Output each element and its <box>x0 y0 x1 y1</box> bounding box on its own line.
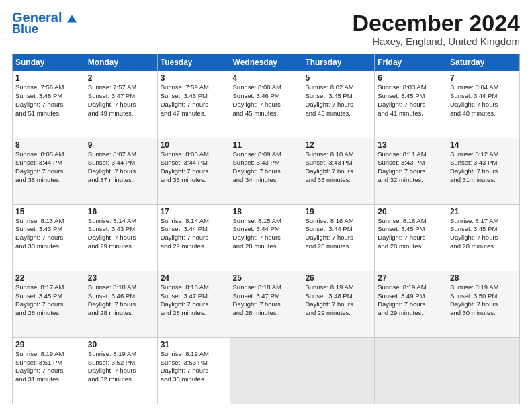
day-number: 3 <box>161 73 227 83</box>
calendar-week-row: 8Sunrise: 8:05 AM Sunset: 3:44 PM Daylig… <box>13 138 520 204</box>
table-row: 16Sunrise: 8:14 AM Sunset: 3:43 PM Dayli… <box>85 204 157 271</box>
calendar-week-row: 29Sunrise: 8:19 AM Sunset: 3:51 PM Dayli… <box>13 337 520 404</box>
table-row: 25Sunrise: 8:18 AM Sunset: 3:47 PM Dayli… <box>230 271 302 337</box>
calendar-week-row: 1Sunrise: 7:56 AM Sunset: 3:48 PM Daylig… <box>13 71 520 138</box>
logo-icon <box>67 15 77 23</box>
day-number: 6 <box>378 73 444 83</box>
day-info: Sunrise: 8:17 AM Sunset: 3:45 PM Dayligh… <box>15 283 82 318</box>
col-friday: Friday <box>375 54 447 71</box>
day-number: 14 <box>450 140 517 150</box>
table-row: 9Sunrise: 8:07 AM Sunset: 3:44 PM Daylig… <box>85 138 157 204</box>
day-info: Sunrise: 8:14 AM Sunset: 3:43 PM Dayligh… <box>88 217 154 251</box>
table-row: 18Sunrise: 8:15 AM Sunset: 3:44 PM Dayli… <box>230 204 302 271</box>
day-number: 11 <box>233 140 300 150</box>
day-number: 23 <box>88 273 154 283</box>
day-info: Sunrise: 8:18 AM Sunset: 3:47 PM Dayligh… <box>161 283 227 318</box>
table-row: 30Sunrise: 8:19 AM Sunset: 3:52 PM Dayli… <box>85 337 157 404</box>
day-info: Sunrise: 8:16 AM Sunset: 3:44 PM Dayligh… <box>305 217 371 251</box>
day-info: Sunrise: 8:19 AM Sunset: 3:53 PM Dayligh… <box>161 350 227 384</box>
day-info: Sunrise: 8:08 AM Sunset: 3:44 PM Dayligh… <box>161 150 227 185</box>
day-info: Sunrise: 8:13 AM Sunset: 3:43 PM Dayligh… <box>15 217 82 251</box>
table-row: 28Sunrise: 8:19 AM Sunset: 3:50 PM Dayli… <box>447 271 520 337</box>
table-row: 15Sunrise: 8:13 AM Sunset: 3:43 PM Dayli… <box>13 204 85 271</box>
day-number: 15 <box>15 207 82 216</box>
table-row: 27Sunrise: 8:19 AM Sunset: 3:49 PM Dayli… <box>375 271 447 337</box>
table-row: 17Sunrise: 8:14 AM Sunset: 3:44 PM Dayli… <box>157 204 230 271</box>
col-monday: Monday <box>85 54 157 71</box>
col-wednesday: Wednesday <box>230 54 302 71</box>
table-row: 10Sunrise: 8:08 AM Sunset: 3:44 PM Dayli… <box>157 138 230 204</box>
day-info: Sunrise: 8:04 AM Sunset: 3:44 PM Dayligh… <box>450 83 517 118</box>
day-info: Sunrise: 7:57 AM Sunset: 3:47 PM Dayligh… <box>88 83 154 118</box>
day-number: 10 <box>161 140 227 150</box>
table-row: 12Sunrise: 8:10 AM Sunset: 3:43 PM Dayli… <box>302 138 375 204</box>
logo-subtext: Blue <box>12 23 38 35</box>
day-info: Sunrise: 8:00 AM Sunset: 3:46 PM Dayligh… <box>233 83 300 118</box>
table-row: 11Sunrise: 8:09 AM Sunset: 3:43 PM Dayli… <box>230 138 302 204</box>
day-number: 5 <box>305 73 371 83</box>
table-row: 6Sunrise: 8:03 AM Sunset: 3:45 PM Daylig… <box>375 71 447 138</box>
day-info: Sunrise: 8:19 AM Sunset: 3:52 PM Dayligh… <box>88 350 154 384</box>
day-number: 29 <box>15 340 82 349</box>
calendar-week-row: 15Sunrise: 8:13 AM Sunset: 3:43 PM Dayli… <box>13 204 520 271</box>
day-number: 4 <box>233 73 300 83</box>
day-number: 25 <box>233 273 300 283</box>
table-row: 14Sunrise: 8:12 AM Sunset: 3:43 PM Dayli… <box>447 138 520 204</box>
page: General Blue December 2024 Haxey, Englan… <box>0 0 532 411</box>
day-info: Sunrise: 8:15 AM Sunset: 3:44 PM Dayligh… <box>233 217 300 251</box>
table-row: 5Sunrise: 8:02 AM Sunset: 3:45 PM Daylig… <box>302 71 375 138</box>
day-info: Sunrise: 8:19 AM Sunset: 3:50 PM Dayligh… <box>450 283 517 318</box>
day-info: Sunrise: 8:02 AM Sunset: 3:45 PM Dayligh… <box>305 83 371 118</box>
table-row: 7Sunrise: 8:04 AM Sunset: 3:44 PM Daylig… <box>447 71 520 138</box>
col-sunday: Sunday <box>13 54 85 71</box>
calendar-header-row: Sunday Monday Tuesday Wednesday Thursday… <box>13 54 520 71</box>
table-row: 26Sunrise: 8:19 AM Sunset: 3:48 PM Dayli… <box>302 271 375 337</box>
day-info: Sunrise: 8:17 AM Sunset: 3:45 PM Dayligh… <box>450 217 517 251</box>
month-title: December 2024 <box>352 11 520 36</box>
col-tuesday: Tuesday <box>157 54 230 71</box>
day-number: 1 <box>15 73 82 83</box>
day-number: 7 <box>450 73 517 83</box>
day-info: Sunrise: 7:59 AM Sunset: 3:46 PM Dayligh… <box>161 83 227 118</box>
day-number: 12 <box>305 140 371 150</box>
table-row <box>230 337 302 404</box>
day-info: Sunrise: 8:12 AM Sunset: 3:43 PM Dayligh… <box>450 150 517 185</box>
day-number: 18 <box>233 207 300 216</box>
header: General Blue December 2024 Haxey, Englan… <box>12 11 520 47</box>
day-number: 28 <box>450 273 517 283</box>
day-number: 27 <box>378 273 444 283</box>
table-row: 29Sunrise: 8:19 AM Sunset: 3:51 PM Dayli… <box>13 337 85 404</box>
table-row: 22Sunrise: 8:17 AM Sunset: 3:45 PM Dayli… <box>13 271 85 337</box>
day-info: Sunrise: 8:05 AM Sunset: 3:44 PM Dayligh… <box>15 150 82 185</box>
day-number: 30 <box>88 340 154 349</box>
day-info: Sunrise: 8:07 AM Sunset: 3:44 PM Dayligh… <box>88 150 154 185</box>
table-row <box>447 337 520 404</box>
table-row: 23Sunrise: 8:18 AM Sunset: 3:46 PM Dayli… <box>85 271 157 337</box>
table-row: 19Sunrise: 8:16 AM Sunset: 3:44 PM Dayli… <box>302 204 375 271</box>
calendar-table: Sunday Monday Tuesday Wednesday Thursday… <box>12 54 520 404</box>
table-row: 1Sunrise: 7:56 AM Sunset: 3:48 PM Daylig… <box>13 71 85 138</box>
day-info: Sunrise: 8:09 AM Sunset: 3:43 PM Dayligh… <box>233 150 300 185</box>
location: Haxey, England, United Kingdom <box>352 36 520 47</box>
table-row: 21Sunrise: 8:17 AM Sunset: 3:45 PM Dayli… <box>447 204 520 271</box>
day-info: Sunrise: 8:18 AM Sunset: 3:46 PM Dayligh… <box>88 283 154 318</box>
col-thursday: Thursday <box>302 54 375 71</box>
day-info: Sunrise: 8:16 AM Sunset: 3:45 PM Dayligh… <box>378 217 444 251</box>
day-number: 16 <box>88 207 154 216</box>
table-row: 2Sunrise: 7:57 AM Sunset: 3:47 PM Daylig… <box>85 71 157 138</box>
table-row: 31Sunrise: 8:19 AM Sunset: 3:53 PM Dayli… <box>157 337 230 404</box>
day-number: 21 <box>450 207 517 216</box>
day-info: Sunrise: 8:14 AM Sunset: 3:44 PM Dayligh… <box>161 217 227 251</box>
day-number: 2 <box>88 73 154 83</box>
day-info: Sunrise: 8:03 AM Sunset: 3:45 PM Dayligh… <box>378 83 444 118</box>
day-number: 13 <box>378 140 444 150</box>
day-number: 22 <box>15 273 82 283</box>
day-number: 31 <box>161 340 227 349</box>
title-block: December 2024 Haxey, England, United Kin… <box>352 11 520 47</box>
day-number: 8 <box>15 140 82 150</box>
calendar-week-row: 22Sunrise: 8:17 AM Sunset: 3:45 PM Dayli… <box>13 271 520 337</box>
table-row: 8Sunrise: 8:05 AM Sunset: 3:44 PM Daylig… <box>13 138 85 204</box>
day-number: 9 <box>88 140 154 150</box>
day-number: 20 <box>378 207 444 216</box>
table-row: 20Sunrise: 8:16 AM Sunset: 3:45 PM Dayli… <box>375 204 447 271</box>
